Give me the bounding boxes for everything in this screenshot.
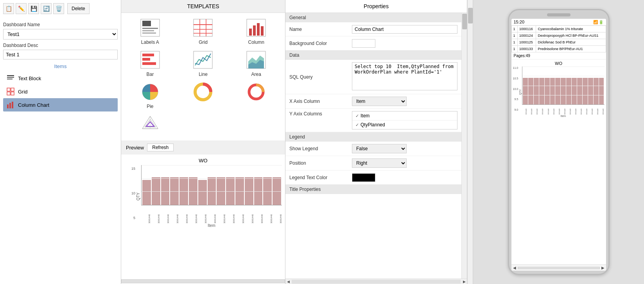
table-cell: 1000133 bbox=[517, 46, 536, 52]
template-radar[interactable] bbox=[126, 114, 174, 136]
text-block-icon bbox=[6, 74, 15, 83]
table-row: 1 1000125 Diclofenac Sod B PhEur bbox=[511, 39, 606, 46]
delete-button[interactable]: Delete bbox=[67, 3, 90, 14]
svg-rect-28 bbox=[142, 58, 150, 61]
svg-rect-4 bbox=[11, 88, 14, 91]
legend-text-color-value bbox=[352, 173, 457, 182]
toolbar: 📋 ✏️ 💾 🔄 🗑️ Delete bbox=[3, 3, 118, 16]
y-tick-10: 10 bbox=[131, 191, 135, 195]
table-cell: 1000125 bbox=[517, 39, 536, 46]
area-template-label: Area bbox=[251, 72, 261, 77]
scroll-right-arrow[interactable]: ▶ bbox=[601, 266, 605, 270]
template-column[interactable]: Column bbox=[232, 18, 280, 45]
template-donut1[interactable] bbox=[179, 82, 228, 109]
sidebar-item-grid[interactable]: Grid bbox=[3, 85, 118, 98]
sidebar-item-column-chart[interactable]: Column Chart bbox=[3, 98, 118, 111]
svg-rect-3 bbox=[7, 88, 10, 91]
templates-header: TEMPLATES bbox=[121, 0, 285, 13]
table-cell: 1 bbox=[511, 26, 517, 32]
title-props-header: Title Properties bbox=[285, 185, 461, 194]
properties-header: Properties bbox=[285, 0, 467, 13]
middle-panel: TEMPLATES Labels A bbox=[121, 0, 285, 284]
show-legend-row: Show Legend False True bbox=[285, 142, 461, 156]
position-select[interactable]: Right Left Top Bottom bbox=[352, 158, 407, 168]
phone-bar bbox=[523, 78, 528, 104]
svg-rect-2 bbox=[7, 79, 13, 79]
table-cell: Dextropropoxyph HCl BP-PhEur-AUS1 bbox=[536, 32, 606, 39]
save-button[interactable]: 💾 bbox=[28, 3, 39, 14]
sql-query-label: SQL Query bbox=[289, 74, 352, 80]
table-cell: 1 bbox=[511, 39, 517, 46]
area-template-icon bbox=[245, 50, 267, 70]
sql-query-value: Select top 10 Item,QtyPlanned from WorkO… bbox=[352, 62, 457, 92]
copy-button[interactable]: 🗑️ bbox=[53, 3, 64, 14]
column-template-icon bbox=[245, 18, 267, 38]
phone-bar bbox=[528, 78, 533, 104]
scroll-left-arrow[interactable]: ◀ bbox=[513, 266, 516, 270]
phone-scrollbar[interactable] bbox=[518, 267, 600, 269]
refresh-button-preview[interactable]: Refresh bbox=[147, 144, 174, 151]
table-cell: Prednisolone BP/PhEur-AU1 bbox=[536, 46, 606, 52]
phone-bar bbox=[572, 78, 577, 104]
x-axis-col-value: Item bbox=[352, 97, 457, 106]
svg-rect-9 bbox=[12, 102, 13, 108]
phone-bar bbox=[583, 78, 588, 104]
props-h-scrollbar[interactable]: ◀ ▶ bbox=[285, 279, 467, 284]
dashboard-desc-input[interactable] bbox=[3, 50, 118, 59]
template-bar[interactable]: Bar bbox=[126, 50, 174, 77]
edit-button[interactable]: ✏️ bbox=[16, 3, 27, 14]
phone-bottom-scroll[interactable]: ◀ ▶ bbox=[511, 264, 606, 271]
template-donut2[interactable] bbox=[232, 82, 280, 109]
template-area[interactable]: Area bbox=[232, 50, 280, 77]
bg-color-label: Background Color bbox=[289, 41, 352, 46]
sql-query-row: SQL Query Select top 10 Item,QtyPlanned … bbox=[285, 60, 461, 94]
name-value bbox=[352, 25, 457, 34]
svg-rect-5 bbox=[7, 92, 10, 95]
phone-bar bbox=[550, 78, 555, 104]
main-scrollbar-right[interactable] bbox=[467, 0, 473, 284]
donut2-template-icon bbox=[245, 82, 267, 102]
y-axis-cols-label: Y Axix Columns bbox=[289, 111, 352, 117]
templates-grid: Labels A Grid bbox=[121, 13, 285, 140]
phone-bar bbox=[561, 78, 566, 104]
table-cell: 1 bbox=[511, 32, 517, 39]
x-axis-col-select[interactable]: Item bbox=[352, 97, 407, 106]
bg-color-swatch[interactable] bbox=[352, 39, 375, 48]
sidebar-item-column-chart-label: Column Chart bbox=[18, 102, 49, 108]
dashboard-desc-label: Dashboard Desc bbox=[3, 43, 118, 48]
phone-status-icons: 📶 🔋 bbox=[593, 20, 604, 24]
properties-scroll[interactable]: General Name Background Color Data SQL Q… bbox=[285, 13, 461, 279]
horizontal-scrollbar-preview[interactable] bbox=[121, 279, 285, 283]
props-scrollbar[interactable] bbox=[461, 13, 467, 279]
svg-rect-0 bbox=[7, 75, 14, 76]
show-legend-select[interactable]: False True bbox=[352, 144, 407, 153]
import-button[interactable]: 📋 bbox=[3, 3, 14, 14]
template-grid[interactable]: Grid bbox=[179, 18, 228, 45]
svg-rect-13 bbox=[142, 30, 154, 31]
column-template-label: Column bbox=[248, 40, 264, 45]
sidebar-item-grid-label: Grid bbox=[18, 89, 28, 95]
phone-y-axis-label: QTY bbox=[519, 89, 522, 95]
line-template-label: Line bbox=[199, 72, 208, 77]
refresh-button[interactable]: 🔄 bbox=[41, 3, 52, 14]
bg-color-row: Background Color bbox=[285, 36, 461, 50]
position-label: Position bbox=[289, 160, 352, 166]
y-tick-5: 5 bbox=[133, 216, 135, 220]
chart-title: WO bbox=[199, 158, 207, 164]
sql-query-input[interactable]: Select top 10 Item,QtyPlanned from WorkO… bbox=[352, 62, 457, 90]
template-labels-a[interactable]: Labels A bbox=[126, 18, 174, 45]
pie-template-icon bbox=[139, 82, 161, 102]
data-section-header: Data bbox=[285, 50, 461, 60]
template-line[interactable]: Line bbox=[179, 50, 228, 77]
dropdown-item-item[interactable]: ✓ Item bbox=[352, 111, 457, 120]
sidebar-item-text-block[interactable]: Text Block bbox=[3, 72, 118, 85]
svg-rect-14 bbox=[142, 32, 156, 34]
phone-status-bar: 15:20 📶 🔋 bbox=[511, 19, 606, 25]
name-input[interactable] bbox=[352, 25, 457, 34]
legend-text-color-swatch[interactable] bbox=[352, 173, 375, 182]
dropdown-item-qtyplanned[interactable]: ✓ QtyPlanned bbox=[352, 120, 457, 129]
svg-rect-11 bbox=[142, 21, 151, 26]
dashboard-name-select[interactable]: Test1 bbox=[3, 29, 118, 40]
template-pie[interactable]: Pie bbox=[126, 82, 174, 109]
phone-frame: 15:20 📶 🔋 1 1000116 Cyanocobalamin 1% tr… bbox=[508, 9, 610, 275]
